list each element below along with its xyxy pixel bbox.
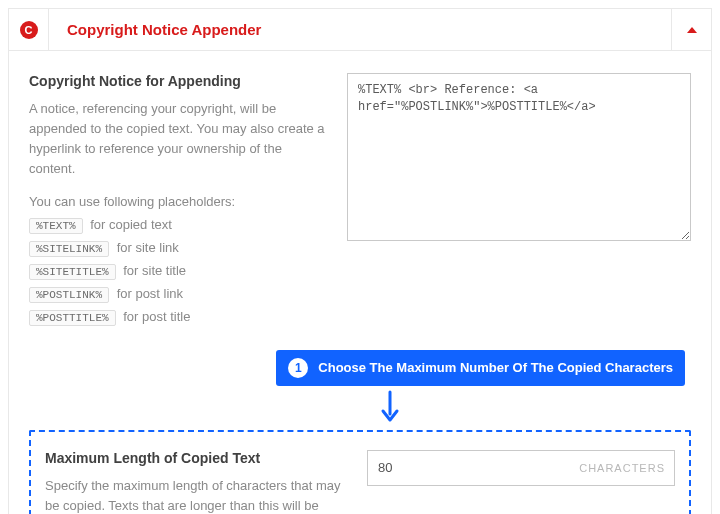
maxlen-title: Maximum Length of Copied Text <box>45 450 345 466</box>
callout-row: 1 Choose The Maximum Number Of The Copie… <box>29 350 691 386</box>
callout-text: Choose The Maximum Number Of The Copied … <box>318 360 673 375</box>
instruction-callout: 1 Choose The Maximum Number Of The Copie… <box>276 350 685 386</box>
arrow-down-icon <box>380 390 400 424</box>
maxlen-description-col: Maximum Length of Copied Text Specify th… <box>45 450 345 514</box>
placeholder-row: %TEXT% for copied text <box>29 217 329 234</box>
notice-title: Copyright Notice for Appending <box>29 73 329 89</box>
placeholder-label: for copied text <box>87 217 172 232</box>
placeholder-tag: %SITETITLE% <box>29 264 116 280</box>
placeholder-label: for site link <box>113 240 179 255</box>
placeholder-row: %POSTTITLE% for post title <box>29 309 329 326</box>
callout-step-number: 1 <box>288 358 308 378</box>
placeholder-tag: %TEXT% <box>29 218 83 234</box>
max-length-section: Maximum Length of Copied Text Specify th… <box>29 430 691 514</box>
placeholders-heading: You can use following placeholders: <box>29 194 329 209</box>
panel-header: C Copyright Notice Appender <box>9 9 711 51</box>
placeholder-label: for site title <box>120 263 186 278</box>
placeholder-label: for post title <box>120 309 191 324</box>
placeholder-list: %TEXT% for copied text%SITELINK% for sit… <box>29 217 329 326</box>
notice-description-col: Copyright Notice for Appending A notice,… <box>29 73 329 332</box>
placeholder-tag: %SITELINK% <box>29 241 109 257</box>
copyright-notice-section: Copyright Notice for Appending A notice,… <box>29 73 691 332</box>
panel-title: Copyright Notice Appender <box>49 21 671 38</box>
arrow-indicator <box>29 390 691 424</box>
chevron-up-icon <box>687 27 697 33</box>
maxlen-desc: Specify the maximum length of characters… <box>45 476 345 514</box>
unit-label: CHARACTERS <box>579 450 665 486</box>
notice-template-textarea[interactable] <box>347 73 691 241</box>
maxlen-input-col: CHARACTERS <box>367 450 675 514</box>
placeholder-tag: %POSTLINK% <box>29 287 109 303</box>
panel-icon-box: C <box>9 9 49 51</box>
placeholder-row: %POSTLINK% for post link <box>29 286 329 303</box>
placeholder-row: %SITETITLE% for site title <box>29 263 329 280</box>
placeholder-label: for post link <box>113 286 183 301</box>
placeholder-tag: %POSTTITLE% <box>29 310 116 326</box>
copyright-icon: C <box>20 21 38 39</box>
notice-input-col <box>347 73 691 332</box>
settings-panel: C Copyright Notice Appender Copyright No… <box>8 8 712 514</box>
panel-body: Copyright Notice for Appending A notice,… <box>9 51 711 514</box>
placeholder-row: %SITELINK% for site link <box>29 240 329 257</box>
notice-desc: A notice, referencing your copyright, wi… <box>29 99 329 180</box>
collapse-toggle[interactable] <box>671 9 711 51</box>
